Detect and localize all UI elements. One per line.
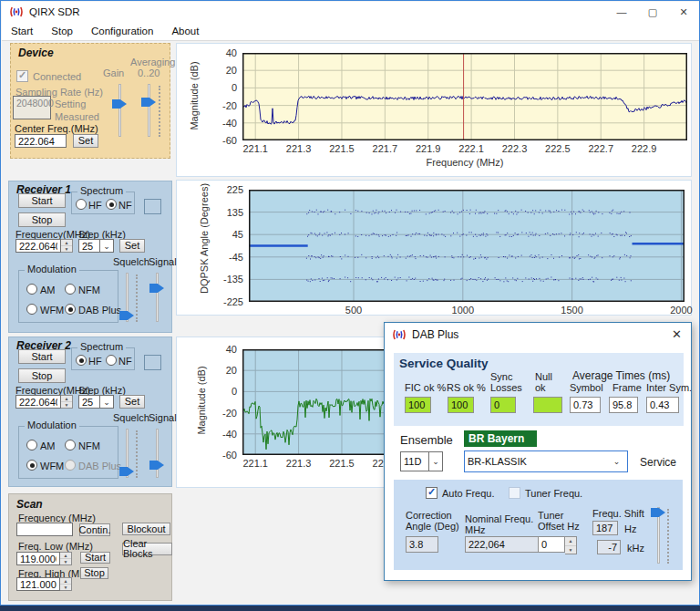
menu-configuration[interactable]: Configuration [82, 23, 162, 39]
receiver1-step-value[interactable]: 25 [78, 239, 100, 253]
inter-sym-value: 0.43 [646, 397, 679, 413]
minimize-button[interactable]: — [606, 2, 637, 22]
qirx-window: QIRX SDR — ▢ ✕ Start Stop Configuration … [0, 0, 700, 611]
dialog-close-icon[interactable]: ✕ [672, 327, 682, 341]
sync-losses-value: 0 [490, 397, 516, 413]
averaging-slider-track[interactable] [148, 84, 150, 137]
title-bar[interactable]: QIRX SDR — ▢ ✕ [2, 2, 699, 22]
gain-slider-track[interactable] [118, 84, 121, 137]
receiver2-am-radio[interactable] [26, 440, 37, 450]
symbol-label: Symbol [570, 382, 603, 393]
scan-frequency-input[interactable] [16, 523, 73, 536]
device-set-button[interactable]: Set [73, 134, 98, 148]
receiver2-frequency-input[interactable] [15, 395, 61, 409]
averaging-slider-thumb[interactable] [141, 98, 156, 107]
receiver1-step-dropdown-icon[interactable]: ⌄ [100, 239, 114, 253]
receiver2-set-button[interactable]: Set [119, 395, 145, 409]
receiver1-frequency-spinner[interactable]: ▲▼ [61, 239, 73, 253]
receiver2-squelch-label: Squelch [113, 412, 149, 423]
receiver2-wfm-radio[interactable] [26, 460, 37, 471]
receiver1-signal-label: Signal [149, 256, 177, 267]
maximize-button[interactable]: ▢ [637, 2, 668, 22]
x-tick-label: 221.7 [365, 143, 405, 154]
scan-blockout-button[interactable]: Blockout [122, 523, 170, 535]
nf-spectrum-ylabel: Magnitude (dB) [196, 359, 207, 441]
x-tick-label: 222.5 [538, 143, 578, 154]
receiver2-nfm-radio[interactable] [65, 440, 76, 450]
receiver1-signal-thumb[interactable] [149, 284, 164, 293]
scan-title: Scan [16, 498, 43, 511]
x-tick-label: 2000 [661, 305, 700, 316]
receiver1-modulation-label: Modulation [25, 264, 79, 274]
menu-stop[interactable]: Stop [42, 23, 82, 39]
receiver2-squelch-thumb[interactable] [119, 467, 134, 476]
connected-checkbox[interactable] [16, 70, 28, 82]
receiver1-stop-button[interactable]: Stop [18, 212, 66, 227]
menu-start[interactable]: Start [2, 23, 42, 39]
receiver1-nf-radio[interactable] [106, 199, 117, 210]
scan-start-button[interactable]: Start [80, 552, 110, 564]
receiver1-am-radio[interactable] [26, 284, 37, 295]
receiver2-step-value[interactable]: 25 [78, 395, 100, 409]
y-tick-label: 20 [206, 365, 237, 376]
scan-freq-low-input[interactable] [16, 552, 60, 565]
dialog-title: DAB Plus [412, 328, 458, 341]
receiver2-frequency-spinner[interactable]: ▲▼ [61, 395, 73, 409]
receiver1-set-button[interactable]: Set [119, 239, 145, 253]
receiver2-start-button[interactable]: Start [18, 349, 66, 364]
receiver1-hf-radio[interactable] [76, 199, 87, 210]
gain-slider-thumb[interactable] [112, 99, 127, 109]
receiver2-hf-radio[interactable] [76, 355, 87, 366]
receiver2-dab-radio[interactable] [65, 460, 76, 471]
receiver1-wfm-radio[interactable] [26, 304, 37, 315]
receiver1-signal-track[interactable] [156, 273, 159, 322]
receiver1-squelch-label: Squelch [113, 256, 149, 267]
receiver2-stop-button[interactable]: Stop [18, 368, 66, 383]
ensemble-id-combo[interactable]: 11D [400, 451, 429, 471]
dqpsk-chart[interactable]: 22513545-45-135-225500100015002000 [249, 190, 685, 302]
receiver1-start-button[interactable]: Start [18, 193, 66, 208]
close-button[interactable]: ✕ [668, 2, 699, 22]
service-dropdown-icon[interactable]: ⌄ [610, 452, 623, 471]
receiver1-dab-radio[interactable] [65, 304, 76, 315]
frequ-shift-slider-thumb[interactable] [651, 508, 665, 517]
scan-contin-button[interactable]: Contin. [79, 523, 110, 536]
x-tick-label: 222.3 [494, 143, 534, 154]
correction-value: 3.8 [406, 536, 438, 553]
frequ-shift-label: Frequ. Shift [592, 508, 644, 519]
receiver2-signal-thumb[interactable] [149, 461, 164, 470]
offset-label-1: Tuner [538, 510, 563, 521]
setting-label: Setting [55, 98, 86, 109]
menu-about[interactable]: About [162, 23, 208, 39]
receiver2-signal-indicator [144, 355, 161, 370]
receiver2-squelch-ticks [136, 430, 138, 478]
offset-spinner[interactable]: ▲▼ [565, 536, 577, 554]
tuner-frequ-checkbox[interactable] [509, 487, 520, 499]
scan-clear-blocks-button[interactable]: Clear Blocks [122, 543, 172, 555]
scan-freq-high-spinner[interactable]: ▲▼ [60, 577, 72, 591]
receiver1-squelch-thumb[interactable] [119, 311, 134, 320]
x-tick-label: 222.1 [451, 143, 491, 154]
averaging-slider-ticks [159, 86, 160, 137]
ensemble-id-dropdown-icon[interactable]: ⌄ [429, 451, 443, 471]
receiver2-nf-radio[interactable] [106, 355, 117, 366]
rf-spectrum-chart[interactable]: 40200-20-40-60221.1221.3221.5221.7221.92… [242, 53, 687, 140]
service-combo[interactable]: BR-KLASSIK [464, 450, 628, 472]
measured-label: Measured [55, 111, 99, 122]
receiver1-nfm-radio[interactable] [65, 284, 76, 295]
rs-value: 100 [448, 397, 474, 413]
receiver1-frequency-input[interactable] [15, 239, 61, 253]
auto-frequ-checkbox[interactable] [426, 487, 438, 499]
scan-stop-button[interactable]: Stop [80, 567, 108, 579]
y-tick-label: 0 [206, 82, 237, 93]
symbol-value: 0.73 [570, 397, 601, 413]
receiver2-signal-track[interactable] [156, 429, 159, 478]
dialog-title-bar[interactable]: DAB Plus ✕ [385, 323, 691, 347]
offset-value[interactable]: 0 [538, 536, 565, 553]
receiver2-step-dropdown-icon[interactable]: ⌄ [100, 395, 114, 409]
scan-freq-low-spinner[interactable]: ▲▼ [60, 552, 72, 565]
scan-freq-high-input[interactable] [16, 577, 60, 591]
receiver2-dab-label: DAB Plus [78, 461, 121, 471]
center-freq-input[interactable] [15, 134, 67, 148]
tuner-frequ-label: Tuner Frequ. [525, 488, 582, 499]
